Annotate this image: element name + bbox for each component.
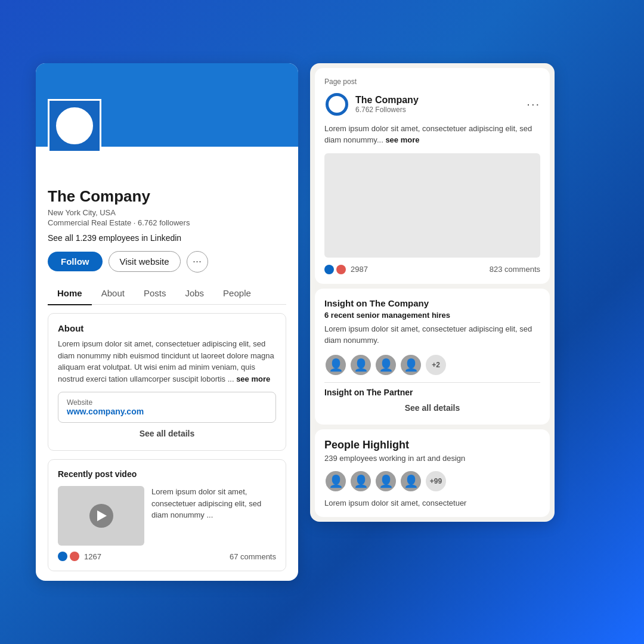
people-avatar-2: 👤 xyxy=(349,470,372,493)
company-logo xyxy=(48,99,101,153)
reaction-red-dot xyxy=(70,552,79,561)
post-followers: 6.762 Followers xyxy=(355,106,419,114)
post-company-name: The Company xyxy=(355,95,419,106)
post-more-button[interactable]: ··· xyxy=(527,97,540,111)
insight-text: Lorem ipsum dolor sit amet, consectetuer… xyxy=(324,323,540,346)
about-title: About xyxy=(58,323,276,333)
post-avatar-wrap: The Company 6.762 Followers xyxy=(324,92,419,117)
video-comments-count: 67 comments xyxy=(230,552,276,561)
more-options-button[interactable]: ··· xyxy=(187,251,208,273)
post-reactions-count: 2987 xyxy=(351,265,368,274)
people-avatar-1: 👤 xyxy=(324,470,347,493)
people-avatar-plus: +99 xyxy=(425,470,447,493)
post-company-info: The Company 6.762 Followers xyxy=(355,95,419,114)
video-content: Lorem ipsum dolor sit amet, consectetuer… xyxy=(58,486,276,546)
company-name: The Company xyxy=(48,187,286,206)
company-location: New York City, USA xyxy=(48,208,286,217)
insight-title: Insight on The Company xyxy=(324,298,540,308)
tab-about[interactable]: About xyxy=(92,282,134,305)
nav-tabs: Home About Posts Jobs People xyxy=(48,282,286,305)
post-company-avatar xyxy=(324,92,349,117)
post-reaction-red xyxy=(336,265,346,274)
page-post-label: Page post xyxy=(324,78,540,86)
tab-jobs[interactable]: Jobs xyxy=(175,282,213,305)
employees-link[interactable]: See all 1.239 employees in Linkedin xyxy=(48,233,286,243)
insight-subtitle: 6 recent senior management hires xyxy=(324,311,540,320)
post-avatar-inner xyxy=(329,96,345,113)
play-button[interactable] xyxy=(89,504,113,528)
post-reaction-dots: 2987 xyxy=(324,265,368,274)
video-thumbnail[interactable] xyxy=(58,486,144,546)
post-text: Lorem ipsum dolor sit amet, consectetuer… xyxy=(324,123,540,146)
video-section-title: Recently post video xyxy=(58,469,276,479)
video-reactions-count: 1267 xyxy=(84,552,101,561)
video-engagement: 1267 67 comments xyxy=(58,552,276,561)
people-highlight-subtitle: 239 employees working in art and design xyxy=(324,454,540,463)
insight-see-all-details[interactable]: See all details xyxy=(324,397,540,415)
play-icon xyxy=(97,510,107,521)
visit-website-button[interactable]: Visit website xyxy=(109,251,181,272)
post-header: The Company 6.762 Followers ··· xyxy=(324,92,540,117)
about-section: About Lorem ipsum dolor sit amet, consec… xyxy=(48,313,286,451)
action-buttons: Follow Visit website ··· xyxy=(48,251,286,273)
people-avatar-row: 👤 👤 👤 👤 +99 xyxy=(324,470,540,493)
left-card: The Company New York City, USA Commercia… xyxy=(36,63,298,581)
people-avatar-4: 👤 xyxy=(400,470,422,493)
post-engagement: 2987 823 comments xyxy=(324,265,540,274)
people-highlight-title: People Highlight xyxy=(324,439,540,451)
reaction-blue-dot xyxy=(58,552,67,561)
page-post-section: Page post The Company 6.762 Followers ··… xyxy=(315,68,550,284)
insight-partner: Insight on The Partner xyxy=(324,382,540,397)
about-see-more[interactable]: see more xyxy=(236,374,270,383)
website-url[interactable]: www.company.com xyxy=(67,407,267,416)
insight-avatar-3: 👤 xyxy=(374,354,397,376)
see-all-details-button[interactable]: See all details xyxy=(58,423,276,441)
tab-posts[interactable]: Posts xyxy=(134,282,176,305)
left-card-body: The Company New York City, USA Commercia… xyxy=(36,147,298,572)
reaction-dots: 1267 xyxy=(58,552,101,561)
people-footer-text: Lorem ipsum dolor sit amet, consectetuer xyxy=(324,499,540,507)
video-section: Recently post video Lorem ipsum dolor si… xyxy=(48,459,286,571)
about-text: Lorem ipsum dolor sit amet, consectetuer… xyxy=(58,338,276,385)
follow-button[interactable]: Follow xyxy=(48,252,103,271)
insight-avatar-4: 👤 xyxy=(400,354,422,376)
company-logo-circle xyxy=(56,107,93,144)
insight-section: Insight on The Company 6 recent senior m… xyxy=(315,289,550,425)
insight-avatar-1: 👤 xyxy=(324,354,347,376)
company-category: Commercial Real Estate · 6.762 followers xyxy=(48,218,286,227)
tab-home[interactable]: Home xyxy=(48,282,92,305)
people-avatar-3: 👤 xyxy=(374,470,397,493)
website-label: Website xyxy=(67,398,267,407)
website-box: Website www.company.com xyxy=(58,392,276,423)
post-reaction-blue xyxy=(324,265,334,274)
insight-avatar-row: 👤 👤 👤 👤 +2 xyxy=(324,354,540,376)
right-card: Page post The Company 6.762 Followers ··… xyxy=(310,63,555,522)
post-image xyxy=(324,153,540,258)
people-highlight-section: People Highlight 239 employees working i… xyxy=(315,429,550,517)
tab-people[interactable]: People xyxy=(213,282,261,305)
insight-avatar-2: 👤 xyxy=(349,354,372,376)
post-see-more[interactable]: see more xyxy=(385,135,419,144)
post-comments-count: 823 comments xyxy=(490,265,540,274)
insight-avatar-plus: +2 xyxy=(425,354,447,376)
cover-photo xyxy=(36,63,298,147)
video-description: Lorem ipsum dolor sit amet, consectetuer… xyxy=(151,486,276,546)
